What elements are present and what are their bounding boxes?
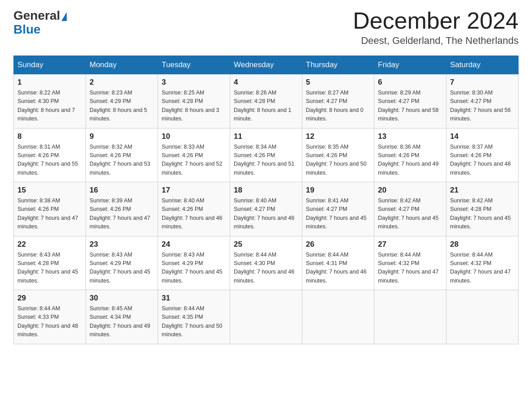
day-number: 3 <box>162 78 226 87</box>
day-number: 7 <box>450 78 515 87</box>
day-number: 21 <box>450 186 515 195</box>
day-number: 15 <box>17 186 82 195</box>
day-number: 2 <box>90 78 154 87</box>
calendar-cell: 27Sunrise: 8:44 AMSunset: 4:32 PMDayligh… <box>374 236 446 290</box>
day-info: Sunrise: 8:44 AMSunset: 4:35 PMDaylight:… <box>162 304 226 339</box>
day-info: Sunrise: 8:32 AMSunset: 4:26 PMDaylight:… <box>90 143 154 178</box>
logo-blue-text: Blue <box>13 23 67 37</box>
day-number: 22 <box>17 240 82 249</box>
day-number: 12 <box>306 132 370 141</box>
calendar-cell: 29Sunrise: 8:44 AMSunset: 4:33 PMDayligh… <box>14 290 86 344</box>
day-info: Sunrise: 8:38 AMSunset: 4:26 PMDaylight:… <box>17 197 82 231</box>
day-info: Sunrise: 8:36 AMSunset: 4:26 PMDaylight:… <box>378 143 442 178</box>
calendar-cell: 17Sunrise: 8:40 AMSunset: 4:26 PMDayligh… <box>158 182 230 236</box>
calendar-cell: 12Sunrise: 8:35 AMSunset: 4:26 PMDayligh… <box>302 128 374 182</box>
day-info: Sunrise: 8:25 AMSunset: 4:28 PMDaylight:… <box>162 89 226 124</box>
calendar-cell: 4Sunrise: 8:26 AMSunset: 4:28 PMDaylight… <box>230 74 302 128</box>
day-info: Sunrise: 8:30 AMSunset: 4:27 PMDaylight:… <box>450 89 515 124</box>
day-number: 10 <box>162 132 226 141</box>
weekday-header-sunday: Sunday <box>14 56 86 74</box>
day-info: Sunrise: 8:42 AMSunset: 4:28 PMDaylight:… <box>450 197 515 231</box>
weekday-header-row: SundayMondayTuesdayWednesdayThursdayFrid… <box>14 56 519 74</box>
calendar-cell: 31Sunrise: 8:44 AMSunset: 4:35 PMDayligh… <box>158 290 230 344</box>
day-info: Sunrise: 8:45 AMSunset: 4:34 PMDaylight:… <box>90 304 154 339</box>
day-number: 26 <box>306 240 370 249</box>
day-number: 27 <box>378 240 442 249</box>
day-number: 14 <box>450 132 515 141</box>
calendar-cell: 2Sunrise: 8:23 AMSunset: 4:29 PMDaylight… <box>86 74 158 128</box>
day-info: Sunrise: 8:27 AMSunset: 4:27 PMDaylight:… <box>306 89 370 124</box>
calendar-cell: 26Sunrise: 8:44 AMSunset: 4:31 PMDayligh… <box>302 236 374 290</box>
calendar-cell: 25Sunrise: 8:44 AMSunset: 4:30 PMDayligh… <box>230 236 302 290</box>
day-number: 16 <box>90 186 154 195</box>
calendar-cell: 14Sunrise: 8:37 AMSunset: 4:26 PMDayligh… <box>446 128 519 182</box>
week-row-1: 1Sunrise: 8:22 AMSunset: 4:30 PMDaylight… <box>14 74 519 128</box>
calendar-cell: 21Sunrise: 8:42 AMSunset: 4:28 PMDayligh… <box>446 182 519 236</box>
day-number: 13 <box>378 132 442 141</box>
day-info: Sunrise: 8:44 AMSunset: 4:33 PMDaylight:… <box>17 304 82 339</box>
calendar-cell: 5Sunrise: 8:27 AMSunset: 4:27 PMDaylight… <box>302 74 374 128</box>
calendar-cell: 22Sunrise: 8:43 AMSunset: 4:28 PMDayligh… <box>14 236 86 290</box>
location-subtitle: Deest, Gelderland, The Netherlands <box>353 35 519 47</box>
logo-general-text: General <box>13 9 67 23</box>
calendar-cell: 18Sunrise: 8:40 AMSunset: 4:27 PMDayligh… <box>230 182 302 236</box>
day-number: 29 <box>17 294 82 303</box>
calendar-cell: 3Sunrise: 8:25 AMSunset: 4:28 PMDaylight… <box>158 74 230 128</box>
day-info: Sunrise: 8:31 AMSunset: 4:26 PMDaylight:… <box>17 143 82 178</box>
logo: General Blue <box>13 9 67 37</box>
day-number: 28 <box>450 240 515 249</box>
weekday-header-friday: Friday <box>374 56 446 74</box>
day-info: Sunrise: 8:44 AMSunset: 4:30 PMDaylight:… <box>234 251 298 286</box>
day-info: Sunrise: 8:43 AMSunset: 4:28 PMDaylight:… <box>17 251 82 286</box>
day-number: 1 <box>17 78 82 87</box>
weekday-header-monday: Monday <box>86 56 158 74</box>
day-number: 18 <box>234 186 298 195</box>
calendar-table: SundayMondayTuesdayWednesdayThursdayFrid… <box>13 56 519 344</box>
calendar-cell: 9Sunrise: 8:32 AMSunset: 4:26 PMDaylight… <box>86 128 158 182</box>
day-info: Sunrise: 8:41 AMSunset: 4:27 PMDaylight:… <box>306 197 370 231</box>
page-header: General Blue December 2024 Deest, Gelder… <box>13 9 519 47</box>
day-number: 20 <box>378 186 442 195</box>
calendar-cell: 20Sunrise: 8:42 AMSunset: 4:27 PMDayligh… <box>374 182 446 236</box>
calendar-cell: 13Sunrise: 8:36 AMSunset: 4:26 PMDayligh… <box>374 128 446 182</box>
calendar-cell <box>374 290 446 344</box>
weekday-header-thursday: Thursday <box>302 56 374 74</box>
day-info: Sunrise: 8:29 AMSunset: 4:27 PMDaylight:… <box>378 89 442 124</box>
day-info: Sunrise: 8:42 AMSunset: 4:27 PMDaylight:… <box>378 197 442 231</box>
day-number: 17 <box>162 186 226 195</box>
day-info: Sunrise: 8:34 AMSunset: 4:26 PMDaylight:… <box>234 143 298 178</box>
day-info: Sunrise: 8:26 AMSunset: 4:28 PMDaylight:… <box>234 89 298 124</box>
day-info: Sunrise: 8:43 AMSunset: 4:29 PMDaylight:… <box>90 251 154 286</box>
day-number: 19 <box>306 186 370 195</box>
day-number: 24 <box>162 240 226 249</box>
calendar-cell: 6Sunrise: 8:29 AMSunset: 4:27 PMDaylight… <box>374 74 446 128</box>
day-info: Sunrise: 8:39 AMSunset: 4:26 PMDaylight:… <box>90 197 154 231</box>
month-title: December 2024 <box>353 9 519 32</box>
calendar-cell <box>230 290 302 344</box>
calendar-cell: 1Sunrise: 8:22 AMSunset: 4:30 PMDaylight… <box>14 74 86 128</box>
calendar-cell <box>302 290 374 344</box>
weekday-header-wednesday: Wednesday <box>230 56 302 74</box>
day-number: 23 <box>90 240 154 249</box>
day-info: Sunrise: 8:35 AMSunset: 4:26 PMDaylight:… <box>306 143 370 178</box>
calendar-cell <box>446 290 519 344</box>
weekday-header-tuesday: Tuesday <box>158 56 230 74</box>
weekday-header-saturday: Saturday <box>446 56 519 74</box>
day-number: 11 <box>234 132 298 141</box>
calendar-cell: 11Sunrise: 8:34 AMSunset: 4:26 PMDayligh… <box>230 128 302 182</box>
day-info: Sunrise: 8:44 AMSunset: 4:32 PMDaylight:… <box>378 251 442 286</box>
calendar-cell: 7Sunrise: 8:30 AMSunset: 4:27 PMDaylight… <box>446 74 519 128</box>
calendar-cell: 30Sunrise: 8:45 AMSunset: 4:34 PMDayligh… <box>86 290 158 344</box>
day-number: 31 <box>162 294 226 303</box>
calendar-cell: 28Sunrise: 8:44 AMSunset: 4:32 PMDayligh… <box>446 236 519 290</box>
calendar-cell: 10Sunrise: 8:33 AMSunset: 4:26 PMDayligh… <box>158 128 230 182</box>
calendar-cell: 15Sunrise: 8:38 AMSunset: 4:26 PMDayligh… <box>14 182 86 236</box>
day-info: Sunrise: 8:33 AMSunset: 4:26 PMDaylight:… <box>162 143 226 178</box>
day-number: 6 <box>378 78 442 87</box>
calendar-cell: 16Sunrise: 8:39 AMSunset: 4:26 PMDayligh… <box>86 182 158 236</box>
title-block: December 2024 Deest, Gelderland, The Net… <box>353 9 519 47</box>
calendar-cell: 19Sunrise: 8:41 AMSunset: 4:27 PMDayligh… <box>302 182 374 236</box>
day-info: Sunrise: 8:44 AMSunset: 4:32 PMDaylight:… <box>450 251 515 286</box>
day-info: Sunrise: 8:23 AMSunset: 4:29 PMDaylight:… <box>90 89 154 124</box>
calendar-cell: 23Sunrise: 8:43 AMSunset: 4:29 PMDayligh… <box>86 236 158 290</box>
